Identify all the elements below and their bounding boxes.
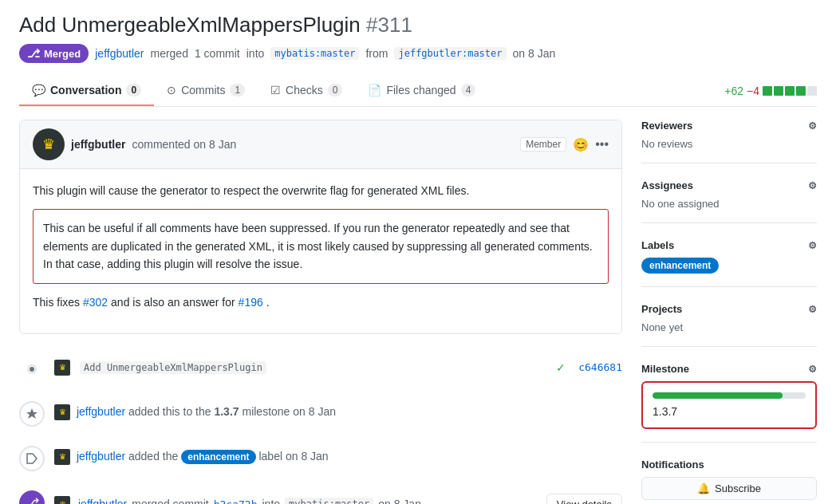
label-content: ♛ jeffgbutler added the enhancement labe… [54, 446, 622, 465]
diff-stats: +62 −4 [724, 85, 817, 97]
diff-block-3 [785, 86, 795, 96]
label-date: on 8 Jan [286, 450, 329, 463]
milestone-date: on 8 Jan [293, 405, 336, 418]
timeline: ♛ Add UnmergeableXmlMappersPlugin ✓ c646… [19, 347, 622, 504]
main-content: ♛ jeffgbutler commented on 8 Jan Member … [19, 120, 817, 504]
reviewers-gear-icon[interactable]: ⚙ [808, 120, 817, 132]
tab-checks-count: 0 [328, 84, 343, 96]
diff-blocks [763, 86, 817, 96]
svg-point-1 [30, 367, 34, 372]
emoji-button[interactable]: 😊 [573, 137, 589, 152]
pr-title-text: Add UnmergeableXmlMappersPlugin [19, 13, 361, 37]
merged-badge: ⎇ Merged [19, 44, 89, 63]
diff-del: −4 [747, 85, 759, 97]
tab-files-count: 4 [461, 84, 476, 96]
avatar: ♛ [33, 128, 65, 160]
tab-files-label: Files changed [386, 84, 455, 96]
tab-commits[interactable]: ⊙ Commits 1 [154, 76, 258, 106]
label-icon [19, 446, 45, 471]
tab-commits-label: Commits [181, 84, 225, 96]
merge-circle-icon: ⎇ [19, 490, 45, 504]
milestone-avatar: ♛ [54, 404, 70, 420]
diff-add: +62 [724, 85, 743, 97]
into-branch[interactable]: mybatis:master [270, 47, 359, 60]
pr-title: Add UnmergeableXmlMappersPlugin #311 [19, 13, 817, 37]
sidebar-milestone: Milestone ⚙ 1.3.7 [641, 363, 817, 443]
labels-label: Labels ⚙ [641, 239, 817, 251]
comment-header: ♛ jeffgbutler commented on 8 Jan Member … [20, 120, 621, 169]
comment-highlight-text: This can be useful if all comments have … [43, 222, 593, 270]
projects-gear-icon[interactable]: ⚙ [808, 304, 817, 315]
more-options-button[interactable]: ••• [595, 137, 609, 152]
commit-check-icon: ✓ [556, 361, 566, 374]
diff-block-5 [807, 86, 817, 96]
author-link[interactable]: jeffgbutler [95, 47, 144, 60]
badge-label: Merged [44, 48, 81, 60]
checks-icon: ☑ [270, 84, 281, 96]
enhancement-label: enhancement [181, 450, 255, 464]
projects-label-text: Projects [641, 303, 682, 315]
milestone-gear-icon[interactable]: ⚙ [808, 364, 817, 375]
tab-commits-count: 1 [230, 84, 245, 96]
page-container: Add UnmergeableXmlMappersPlugin #311 ⎇ M… [0, 0, 836, 504]
tab-checks[interactable]: ☑ Checks 0 [258, 76, 355, 106]
label-author[interactable]: jeffgbutler [77, 450, 125, 463]
enhancement-pill[interactable]: enhancement [641, 258, 719, 274]
meta-date: on 8 Jan [513, 47, 556, 60]
commits-icon: ⊙ [167, 84, 176, 96]
merge-date: on 8 Jan [378, 498, 421, 504]
tab-conversation-count: 0 [126, 84, 141, 96]
assignees-value: No one assigned [641, 198, 817, 210]
labels-gear-icon[interactable]: ⚙ [808, 240, 817, 251]
right-sidebar: Reviewers ⚙ No reviews Assignees ⚙ No on… [641, 120, 817, 504]
comment-fixes-post: . [266, 296, 270, 309]
milestone-name-link[interactable]: 1.3.7 [214, 405, 239, 418]
sidebar-assignees: Assignees ⚙ No one assigned [641, 179, 817, 223]
label-avatar: ♛ [54, 449, 70, 465]
view-details-button[interactable]: View details [546, 494, 622, 504]
merge-avatar: ♛ [54, 496, 70, 504]
milestone-icon [19, 401, 45, 427]
merge-action: merged commit [132, 498, 208, 504]
milestone-author[interactable]: jeffgbutler [77, 405, 125, 418]
milestone-content: ♛ jeffgbutler added this to the 1.3.7 mi… [54, 401, 622, 420]
tab-conversation-label: Conversation [50, 84, 121, 96]
pr-meta: ⎇ Merged jeffgbutler merged 1 commit int… [19, 44, 817, 63]
comment-body: This plugin will cause the generator to … [20, 169, 621, 333]
merge-author[interactable]: jeffgbutler [78, 498, 127, 504]
milestone-box: 1.3.7 [641, 381, 817, 429]
assignees-label: Assignees ⚙ [641, 179, 817, 191]
commit-avatar: ♛ [54, 360, 70, 376]
subscribe-label: Subscribe [715, 482, 761, 494]
milestone-label-text: Milestone [641, 363, 689, 375]
from-branch[interactable]: jeffgbutler:master [394, 47, 506, 60]
notifications-label: Notifications [641, 459, 817, 471]
merge-commit[interactable]: b2ca72b [214, 498, 258, 504]
tab-conversation[interactable]: 💬 Conversation 0 [19, 76, 154, 106]
diff-block-4 [796, 86, 806, 96]
milestone-name-text[interactable]: 1.3.7 [653, 405, 806, 418]
comment-block: ♛ jeffgbutler commented on 8 Jan Member … [19, 120, 622, 334]
comment-link-196[interactable]: #196 [239, 296, 263, 309]
milestone-label: Milestone ⚙ [641, 363, 817, 375]
commit-sha[interactable]: c646681 [578, 361, 622, 373]
sidebar-reviewers: Reviewers ⚙ No reviews [641, 120, 817, 163]
pr-number: #311 [366, 13, 412, 37]
commit-message[interactable]: Add UnmergeableXmlMappersPlugin [80, 361, 266, 374]
commit-content: ♛ Add UnmergeableXmlMappersPlugin ✓ c646… [54, 356, 622, 376]
timeline-milestone: ♛ jeffgbutler added this to the 1.3.7 mi… [19, 392, 622, 436]
merge-branch[interactable]: mybatis:master [285, 498, 373, 504]
comment-date: commented on 8 Jan [132, 138, 236, 151]
comment-highlight-box: This can be useful if all comments have … [33, 209, 609, 283]
tab-files[interactable]: 📄 Files changed 4 [355, 76, 488, 106]
timeline-merge: ⎇ ♛ jeffgbutler merged commit b2ca72b in… [19, 481, 622, 504]
assignees-gear-icon[interactable]: ⚙ [808, 180, 817, 191]
comment-link-302[interactable]: #302 [83, 296, 108, 309]
reviewers-label-text: Reviewers [641, 120, 692, 132]
reviewers-value: No reviews [641, 138, 817, 150]
subscribe-button[interactable]: 🔔 Subscribe [641, 477, 817, 500]
milestone-bar-fill [653, 392, 783, 399]
notifications-label-text: Notifications [641, 459, 704, 471]
comment-author[interactable]: jeffgbutler [71, 138, 125, 151]
diff-block-1 [763, 86, 772, 96]
